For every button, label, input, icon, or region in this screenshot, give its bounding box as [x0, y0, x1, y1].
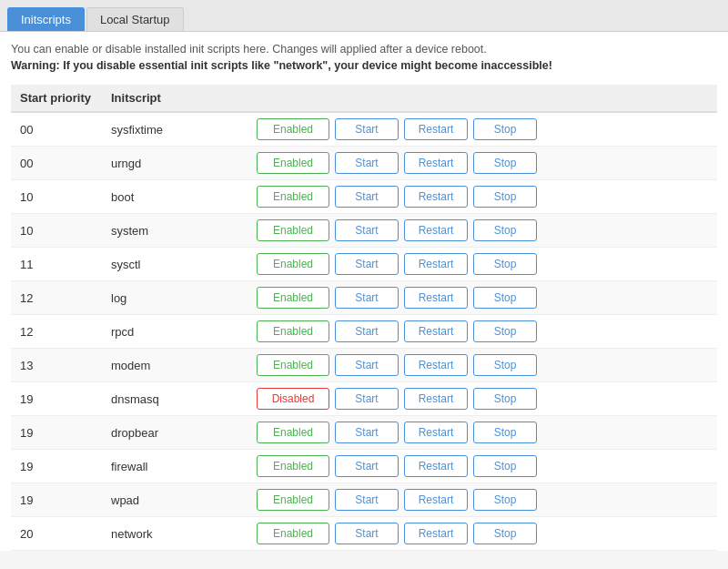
name-cell: boot — [102, 180, 248, 214]
disabled-button[interactable]: Disabled — [257, 388, 329, 410]
restart-button[interactable]: Restart — [404, 422, 468, 443]
priority-cell: 11 — [11, 248, 102, 281]
tab-local-startup[interactable]: Local Startup — [86, 7, 184, 31]
stop-button[interactable]: Stop — [473, 354, 537, 376]
table-body: 00sysfixtimeEnabledStartRestartStop00urn… — [11, 112, 717, 551]
name-cell: firewall — [102, 450, 248, 483]
priority-cell: 19 — [11, 416, 102, 450]
name-cell: urngd — [102, 147, 248, 180]
stop-button[interactable]: Stop — [473, 253, 537, 275]
priority-cell: 00 — [11, 147, 102, 180]
actions-cell: EnabledStartRestartStop — [248, 517, 717, 551]
header-priority: Start priority — [11, 85, 102, 112]
table-row: 19dnsmasqDisabledStartRestartStop — [11, 382, 717, 416]
enabled-button[interactable]: Enabled — [257, 422, 329, 443]
priority-cell: 20 — [11, 517, 102, 551]
enabled-button[interactable]: Enabled — [257, 152, 329, 174]
header-name: Initscript — [102, 85, 248, 112]
priority-cell: 12 — [11, 281, 102, 315]
start-button[interactable]: Start — [335, 253, 399, 275]
table-row: 00sysfixtimeEnabledStartRestartStop — [11, 112, 717, 147]
restart-button[interactable]: Restart — [404, 523, 468, 544]
enabled-button[interactable]: Enabled — [257, 118, 329, 140]
actions-cell: EnabledStartRestartStop — [248, 450, 717, 483]
stop-button[interactable]: Stop — [473, 152, 537, 174]
table-row: 19firewallEnabledStartRestartStop — [11, 450, 717, 483]
tab-initscripts[interactable]: Initscripts — [7, 7, 85, 31]
start-button[interactable]: Start — [335, 523, 399, 544]
table-row: 00urngdEnabledStartRestartStop — [11, 147, 717, 180]
restart-button[interactable]: Restart — [404, 152, 468, 174]
restart-button[interactable]: Restart — [404, 354, 468, 376]
actions-cell: EnabledStartRestartStop — [248, 180, 717, 214]
start-button[interactable]: Start — [335, 388, 399, 410]
stop-button[interactable]: Stop — [473, 219, 537, 241]
restart-button[interactable]: Restart — [404, 455, 468, 477]
table-row: 19dropbearEnabledStartRestartStop — [11, 416, 717, 450]
enabled-button[interactable]: Enabled — [257, 186, 329, 208]
name-cell: modem — [102, 349, 248, 382]
priority-cell: 19 — [11, 382, 102, 416]
actions-cell: EnabledStartRestartStop — [248, 112, 717, 147]
stop-button[interactable]: Stop — [473, 388, 537, 410]
start-button[interactable]: Start — [335, 118, 399, 140]
restart-button[interactable]: Restart — [404, 388, 468, 410]
tab-bar: InitscriptsLocal Startup — [0, 0, 728, 32]
stop-button[interactable]: Stop — [473, 489, 537, 511]
priority-cell: 19 — [11, 483, 102, 517]
start-button[interactable]: Start — [335, 186, 399, 208]
enabled-button[interactable]: Enabled — [257, 253, 329, 275]
enabled-button[interactable]: Enabled — [257, 523, 329, 544]
stop-button[interactable]: Stop — [473, 118, 537, 140]
restart-button[interactable]: Restart — [404, 287, 468, 309]
restart-button[interactable]: Restart — [404, 489, 468, 511]
stop-button[interactable]: Stop — [473, 422, 537, 443]
enabled-button[interactable]: Enabled — [257, 320, 329, 342]
enabled-button[interactable]: Enabled — [257, 455, 329, 477]
enabled-button[interactable]: Enabled — [257, 287, 329, 309]
enabled-button[interactable]: Enabled — [257, 354, 329, 376]
start-button[interactable]: Start — [335, 489, 399, 511]
restart-button[interactable]: Restart — [404, 219, 468, 241]
actions-cell: EnabledStartRestartStop — [248, 281, 717, 315]
priority-cell: 12 — [11, 315, 102, 349]
start-button[interactable]: Start — [335, 422, 399, 443]
header-actions — [248, 85, 717, 112]
stop-button[interactable]: Stop — [473, 287, 537, 309]
table-row: 20networkEnabledStartRestartStop — [11, 517, 717, 551]
table-row: 12logEnabledStartRestartStop — [11, 281, 717, 315]
stop-button[interactable]: Stop — [473, 455, 537, 477]
table-row: 10systemEnabledStartRestartStop — [11, 214, 717, 248]
name-cell: dropbear — [102, 416, 248, 450]
start-button[interactable]: Start — [335, 219, 399, 241]
name-cell: system — [102, 214, 248, 248]
actions-cell: EnabledStartRestartStop — [248, 315, 717, 349]
table-header-row: Start priority Initscript — [11, 85, 717, 112]
start-button[interactable]: Start — [335, 320, 399, 342]
priority-cell: 10 — [11, 180, 102, 214]
start-button[interactable]: Start — [335, 354, 399, 376]
restart-button[interactable]: Restart — [404, 320, 468, 342]
name-cell: sysfixtime — [102, 112, 248, 147]
stop-button[interactable]: Stop — [473, 186, 537, 208]
start-button[interactable]: Start — [335, 152, 399, 174]
start-button[interactable]: Start — [335, 287, 399, 309]
warning-text: Warning: If you disable essential init s… — [11, 59, 717, 72]
table-row: 11sysctlEnabledStartRestartStop — [11, 248, 717, 281]
table-row: 12rpcdEnabledStartRestartStop — [11, 315, 717, 349]
actions-cell: EnabledStartRestartStop — [248, 147, 717, 180]
restart-button[interactable]: Restart — [404, 118, 468, 140]
restart-button[interactable]: Restart — [404, 186, 468, 208]
enabled-button[interactable]: Enabled — [257, 219, 329, 241]
start-button[interactable]: Start — [335, 455, 399, 477]
priority-cell: 13 — [11, 349, 102, 382]
enabled-button[interactable]: Enabled — [257, 489, 329, 511]
initscripts-table: Start priority Initscript 00sysfixtimeEn… — [11, 85, 717, 551]
actions-cell: EnabledStartRestartStop — [248, 214, 717, 248]
name-cell: dnsmasq — [102, 382, 248, 416]
actions-cell: EnabledStartRestartStop — [248, 416, 717, 450]
stop-button[interactable]: Stop — [473, 523, 537, 544]
stop-button[interactable]: Stop — [473, 320, 537, 342]
restart-button[interactable]: Restart — [404, 253, 468, 275]
actions-cell: EnabledStartRestartStop — [248, 248, 717, 281]
